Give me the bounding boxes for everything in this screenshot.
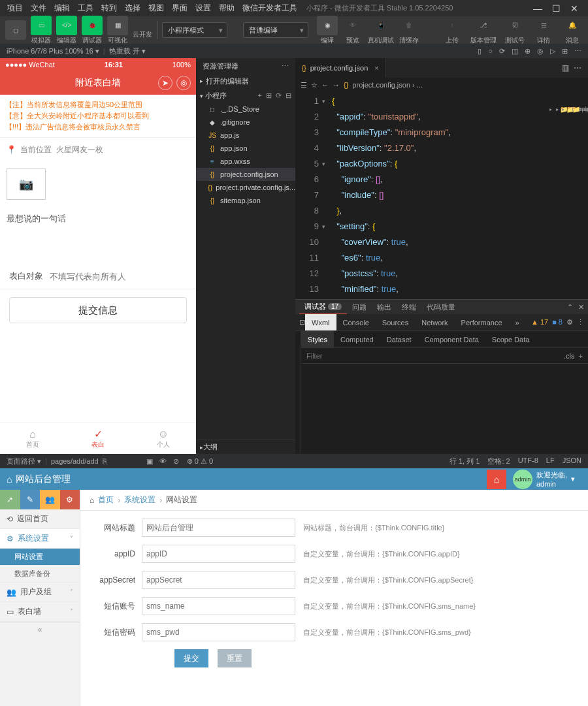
- split-icon[interactable]: ▥: [562, 63, 569, 72]
- tab-home[interactable]: ⌂首页: [0, 423, 65, 454]
- sidebar-sub-item[interactable]: 网站设置: [0, 549, 80, 566]
- file-item[interactable]: 📁utils: [557, 103, 588, 116]
- user-menu[interactable]: admin 欢迎光临,admin ▾: [506, 470, 581, 489]
- simulator-button[interactable]: ▭: [31, 16, 52, 35]
- file-item[interactable]: {}project.private.config.js...: [196, 181, 295, 194]
- hot-reload-toggle[interactable]: 热重载 开 ▾: [109, 46, 146, 56]
- collapse-icon[interactable]: ⊟: [286, 91, 291, 100]
- file-item[interactable]: {}project.config.json: [196, 168, 295, 181]
- file-item[interactable]: {}app.json: [196, 142, 295, 155]
- new-file-icon[interactable]: +: [258, 91, 262, 100]
- devtab-output[interactable]: 输出: [372, 300, 397, 314]
- upload-button[interactable]: ↑: [442, 16, 463, 35]
- message-button[interactable]: 🔔: [562, 16, 583, 35]
- more-icon[interactable]: ⋯: [574, 63, 581, 72]
- sidebar-item[interactable]: ⟲返回首页: [0, 509, 80, 529]
- debugger-button[interactable]: 🐞: [82, 16, 103, 35]
- outline-header[interactable]: 大纲: [196, 440, 295, 454]
- new-folder-icon[interactable]: ⊞: [266, 91, 272, 100]
- devtab-problems[interactable]: 问题: [347, 300, 372, 314]
- menu-item[interactable]: 工具: [74, 3, 97, 12]
- error-count[interactable]: ⊗ 0 ⚠ 0: [187, 457, 213, 466]
- file-item[interactable]: ◆.gitignore: [196, 116, 295, 129]
- close-icon[interactable]: ✕: [570, 3, 578, 14]
- version-button[interactable]: ⎇: [473, 16, 494, 35]
- quick-btn-2[interactable]: ✎: [20, 490, 41, 509]
- devsub-console[interactable]: Console: [336, 314, 376, 330]
- camera-icon[interactable]: 📷: [7, 168, 46, 200]
- file-item[interactable]: □._.DS_Store: [196, 103, 295, 116]
- project-header[interactable]: 小程序: [200, 91, 227, 101]
- sidebar-item[interactable]: ⚙系统设置˅: [0, 529, 80, 549]
- tab-confess[interactable]: ✓表白: [65, 423, 131, 454]
- quick-btn-3[interactable]: 👥: [40, 490, 60, 509]
- page-path[interactable]: pages/add/add: [51, 457, 99, 465]
- form-input[interactable]: [142, 623, 295, 641]
- submit-button[interactable]: 提交信息: [9, 297, 187, 323]
- menu-item[interactable]: 视图: [144, 3, 168, 12]
- code-area[interactable]: { "appid": "touristappid", "compileType"…: [328, 92, 588, 299]
- menu-item[interactable]: 界面: [168, 3, 191, 12]
- devsub-sources[interactable]: Sources: [376, 314, 415, 330]
- maximize-icon[interactable]: ☐: [552, 3, 561, 14]
- inspect-icon[interactable]: ⊡: [299, 318, 305, 327]
- quick-btn-4[interactable]: ⚙: [60, 490, 80, 509]
- minimize-icon[interactable]: —: [533, 3, 542, 14]
- avatar-icon[interactable]: ◻: [5, 20, 26, 40]
- editor-tab[interactable]: {}project.config.json×: [295, 58, 386, 78]
- breadcrumb[interactable]: ☰☆←→ {}project.config.json › ...: [295, 78, 588, 92]
- sidebar-item[interactable]: 👥用户及组˃: [0, 583, 80, 602]
- file-item[interactable]: {}sitemap.json: [196, 194, 295, 207]
- clear-cache-button[interactable]: 🗑: [399, 16, 419, 35]
- more-icon[interactable]: ⋮: [577, 318, 584, 327]
- file-item[interactable]: JSapp.js: [196, 129, 295, 142]
- test-button[interactable]: ☑: [504, 16, 525, 35]
- visual-button[interactable]: ▦: [107, 16, 128, 35]
- menu-item[interactable]: 帮助: [215, 3, 238, 12]
- send-icon[interactable]: ➤: [158, 76, 172, 90]
- devsub-network[interactable]: Network: [415, 314, 454, 330]
- quick-btn-1[interactable]: ↗: [0, 490, 20, 509]
- open-editors-header[interactable]: 打开的编辑器: [196, 74, 295, 88]
- devtab-debugger[interactable]: 调试器17: [299, 300, 347, 314]
- file-item[interactable]: ≡app.wxss: [196, 155, 295, 168]
- form-input[interactable]: [142, 545, 295, 563]
- more-icon[interactable]: ⋯: [282, 62, 289, 71]
- submit-button[interactable]: 提交: [174, 649, 208, 667]
- gear-icon[interactable]: ⚙: [566, 318, 573, 327]
- add-icon[interactable]: +: [579, 352, 583, 360]
- compile-select[interactable]: 普通编译: [243, 22, 308, 38]
- chevron-up-icon[interactable]: ⌃: [567, 303, 573, 312]
- form-input[interactable]: [142, 597, 295, 615]
- mode-select[interactable]: 小程序模式: [162, 22, 227, 38]
- home-button[interactable]: ⌂: [487, 470, 506, 489]
- target-input[interactable]: [50, 272, 187, 281]
- menu-item[interactable]: 设置: [191, 3, 215, 12]
- menu-item[interactable]: 选择: [121, 3, 144, 12]
- devtab-quality[interactable]: 代码质量: [421, 300, 461, 314]
- remote-debug-button[interactable]: 📱: [370, 16, 391, 35]
- detail-button[interactable]: ☰: [533, 16, 554, 35]
- form-input[interactable]: [142, 571, 295, 589]
- devtab-terminal[interactable]: 终端: [397, 300, 421, 314]
- editor-button[interactable]: </>: [56, 16, 77, 35]
- sidebar-sub-item[interactable]: 数据库备份: [0, 566, 80, 583]
- menu-item[interactable]: 编辑: [50, 3, 74, 12]
- reset-button[interactable]: 重置: [218, 649, 252, 667]
- close-tab-icon[interactable]: ×: [374, 64, 378, 72]
- form-input[interactable]: [142, 519, 295, 537]
- explorer-toolbar-icon[interactable]: ▯: [478, 47, 482, 56]
- copy-icon[interactable]: ⎘: [103, 457, 107, 465]
- collapse-sidebar-icon[interactable]: «: [0, 622, 80, 636]
- more-icon[interactable]: »: [509, 314, 526, 330]
- compile-button[interactable]: ◉: [317, 16, 338, 35]
- menu-item[interactable]: 文件: [27, 3, 50, 12]
- close-icon[interactable]: ✕: [578, 303, 584, 312]
- devsub-performance[interactable]: Performance: [455, 314, 509, 330]
- menu-item[interactable]: 转到: [97, 3, 121, 12]
- tab-profile[interactable]: ☺个人: [131, 423, 196, 454]
- menu-item[interactable]: 项目: [3, 3, 27, 12]
- filter-input[interactable]: [306, 352, 564, 360]
- menu-item[interactable]: 微信开发者工具: [238, 3, 301, 12]
- refresh-icon[interactable]: ⟳: [276, 91, 282, 100]
